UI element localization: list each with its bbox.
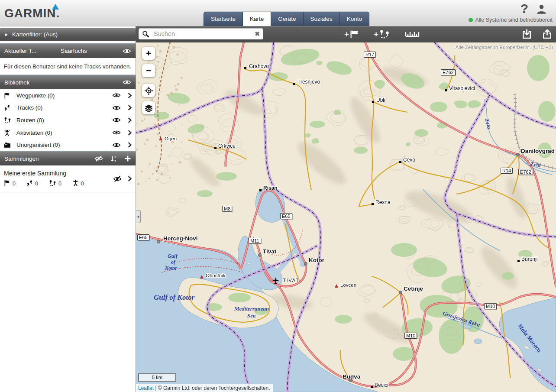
library-item[interactable]: Unorganisiert (0)	[0, 139, 136, 151]
route-icon	[4, 117, 13, 123]
folder-icon	[4, 142, 13, 148]
library-item[interactable]: Wegpunkte (0)	[0, 89, 136, 102]
flag-icon	[4, 180, 10, 188]
layers-button[interactable]	[142, 101, 155, 114]
app-header: GARMIN. StartseiteKarteGeräteSozialesKon…	[0, 0, 556, 26]
timezone-note: Alle Zeitangaben in Europe/Berlin. (UTC …	[456, 45, 553, 50]
collection-count-activity: 0	[72, 180, 84, 188]
search-box[interactable]: ✖	[139, 28, 263, 39]
city-marker	[516, 153, 520, 156]
library-list: Wegpunkte (0)Tracks (0)Routen (0)Aktivit…	[0, 89, 136, 151]
track-visibility-eye-icon[interactable]	[123, 48, 131, 54]
map-label-shield: M10	[404, 331, 417, 339]
city-marker	[157, 240, 160, 243]
count-value: 0	[58, 181, 61, 187]
visibility-eye-icon[interactable]	[112, 105, 121, 111]
library-item-label: Aktivitäten (0)	[16, 130, 112, 136]
zoom-in-button[interactable]: +	[142, 47, 155, 60]
map-label-city: Kotor	[309, 256, 324, 264]
sidebar: ► Kartenfilter: (Aus) Aktueller T... Saa…	[0, 26, 136, 392]
map-label-peak: Orjen	[165, 134, 177, 142]
library-item-label: Routen (0)	[16, 117, 112, 123]
route-icon	[49, 180, 56, 188]
map-label-shield: M11	[249, 236, 261, 244]
library-item[interactable]: Aktivitäten (0)	[0, 126, 136, 139]
map-label-water: Grnojevica Reka	[442, 309, 481, 328]
tab-startseite[interactable]: Startseite	[204, 12, 243, 26]
collection-row[interactable]: Meine erste Sammlung 0000	[0, 165, 136, 192]
sammlungen-header[interactable]: Sammlungen az	[0, 151, 136, 165]
collection-count-footprints: 0	[26, 180, 38, 188]
collection-chevron-icon[interactable]	[128, 176, 132, 181]
add-route-icon[interactable]: +	[374, 28, 390, 40]
chevron-right-icon[interactable]	[128, 130, 132, 136]
clear-search-icon[interactable]: ✖	[255, 30, 260, 37]
city-marker	[304, 262, 307, 266]
activity-icon	[4, 130, 13, 136]
map-label-town: Risan	[263, 184, 278, 191]
leaflet-link[interactable]: Leaflet	[138, 385, 154, 391]
tab-karte[interactable]: Karte	[243, 12, 271, 26]
visibility-eye-icon[interactable]	[112, 130, 121, 136]
current-track-user: Saarfuchs	[61, 48, 123, 54]
add-collection-icon[interactable]	[124, 155, 131, 162]
sidebar-collapse-handle[interactable]: ◄	[136, 210, 141, 223]
help-icon[interactable]: ?	[520, 1, 528, 16]
flag-icon	[4, 92, 13, 99]
chevron-right-icon[interactable]	[128, 117, 132, 123]
map-label-shield: R17	[364, 50, 376, 58]
library-item[interactable]: Routen (0)	[0, 114, 136, 126]
no-tracks-message-text: Für diesen Benutzer sind keine Tracks vo…	[4, 63, 131, 70]
map-canvas[interactable]: Herceg-NoviTivatKotorCetinjeBudvaDanilov…	[136, 42, 556, 392]
peak-marker	[159, 137, 162, 140]
map-label-shield: R14	[501, 166, 513, 174]
town-marker	[372, 203, 374, 205]
tab-soziales[interactable]: Soziales	[304, 12, 340, 26]
count-value: 0	[35, 181, 38, 187]
footprints-icon	[4, 104, 13, 111]
add-waypoint-icon[interactable]: +	[344, 28, 359, 40]
map-label-shield: E65	[280, 212, 292, 220]
map-labels-layer: Herceg-NoviTivatKotorCetinjeBudvaDanilov…	[136, 42, 556, 392]
chevron-right-icon[interactable]	[128, 105, 132, 110]
town-marker	[372, 101, 374, 103]
chevron-right-icon[interactable]	[128, 93, 132, 98]
locate-button[interactable]	[142, 84, 155, 97]
collection-hidden-eye-icon[interactable]	[113, 176, 122, 182]
current-track-header[interactable]: Aktueller T... Saarfuchs	[0, 43, 136, 58]
airport-icon	[272, 277, 279, 286]
attribution-text: © Garmin Ltd. oder deren Tochtergesellsc…	[158, 385, 270, 391]
measure-ruler-icon[interactable]	[405, 28, 420, 40]
map-label-town: Vitasojevici	[449, 84, 475, 92]
visibility-eye-icon[interactable]	[112, 92, 121, 98]
svg-text:z: z	[115, 159, 116, 162]
visibility-eye-icon[interactable]	[112, 142, 121, 148]
map-label-peak: Obostnik	[206, 271, 225, 279]
visibility-eye-icon[interactable]	[112, 117, 121, 123]
search-input[interactable]	[153, 30, 255, 38]
town-marker	[371, 386, 373, 388]
map-label-city: Budva	[343, 373, 360, 380]
tab-geräte[interactable]: Geräte	[271, 12, 303, 26]
no-tracks-message: Für diesen Benutzer sind keine Tracks vo…	[0, 58, 136, 75]
chevron-right-icon[interactable]	[128, 142, 132, 148]
library-item[interactable]: Tracks (0)	[0, 102, 136, 114]
bibliothek-header[interactable]: Bibliothek	[0, 75, 136, 89]
collections-hidden-eye-icon[interactable]	[94, 156, 103, 162]
map-attribution: Leaflet | © Garmin Ltd. oder deren Tocht…	[136, 384, 273, 392]
kartenfilter-header[interactable]: ► Kartenfilter: (Aus)	[0, 28, 136, 41]
tab-konto[interactable]: Konto	[340, 12, 369, 26]
city-marker	[258, 253, 262, 257]
account-person-icon[interactable]	[536, 3, 547, 17]
map-label-town: Ubli	[376, 96, 385, 104]
map-label-town: Crkvice	[218, 142, 236, 149]
zoom-out-button[interactable]: −	[142, 64, 155, 77]
map-label-peak: Lovcen	[340, 281, 356, 288]
import-icon[interactable]	[521, 28, 532, 40]
export-icon[interactable]	[542, 28, 553, 40]
map-label-shield: M10	[484, 302, 497, 310]
sort-icon[interactable]: az	[110, 155, 117, 162]
library-visibility-eye-icon[interactable]	[123, 79, 131, 85]
map-label-city: Danilovgrad	[521, 147, 555, 155]
map-label-town: Čevo	[403, 156, 415, 163]
